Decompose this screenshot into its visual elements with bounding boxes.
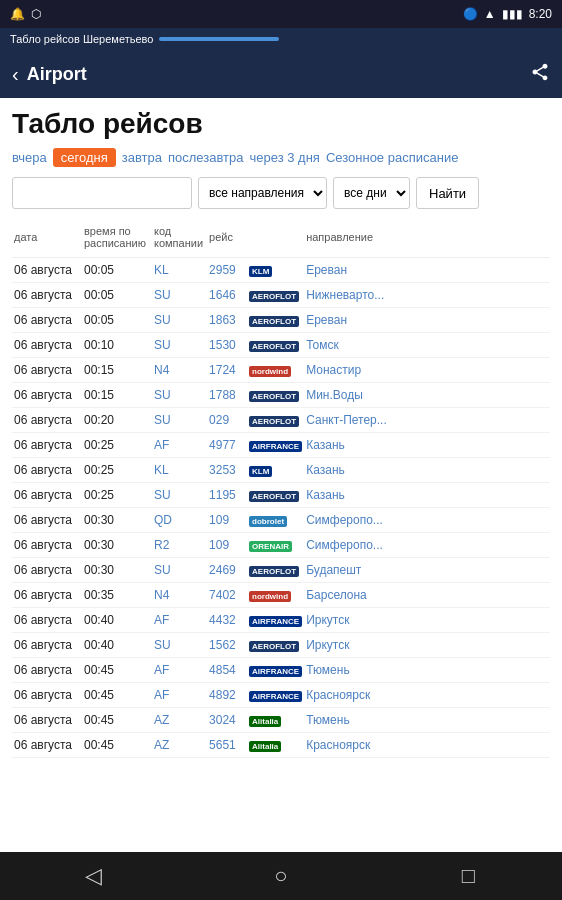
cell-destination[interactable]: Красноярск — [304, 733, 550, 758]
cell-date: 06 августа — [12, 533, 82, 558]
home-nav-button[interactable]: ○ — [187, 863, 374, 889]
cell-code[interactable]: KL — [152, 258, 207, 283]
back-nav-button[interactable]: ◁ — [0, 863, 187, 889]
cell-code[interactable]: SU — [152, 633, 207, 658]
cell-flight[interactable]: 3253 — [207, 458, 247, 483]
nav-in-3-days[interactable]: через 3 дня — [250, 150, 320, 165]
cell-flight[interactable]: 5651 — [207, 733, 247, 758]
cell-logo: AIRFRANCE — [247, 433, 304, 458]
search-input[interactable] — [12, 177, 192, 209]
airline-logo-su: AEROFLOT — [249, 416, 299, 427]
nav-seasonal[interactable]: Сезонное расписание — [326, 150, 458, 165]
cell-destination[interactable]: Нижневарто... — [304, 283, 550, 308]
cell-date: 06 августа — [12, 433, 82, 458]
cell-flight[interactable]: 3024 — [207, 708, 247, 733]
cell-flight[interactable]: 7402 — [207, 583, 247, 608]
cell-code[interactable]: AF — [152, 683, 207, 708]
cell-destination[interactable]: Симферопо... — [304, 533, 550, 558]
cell-destination[interactable]: Казань — [304, 483, 550, 508]
cell-flight[interactable]: 109 — [207, 533, 247, 558]
cell-code[interactable]: KL — [152, 458, 207, 483]
cell-destination[interactable]: Барселона — [304, 583, 550, 608]
cell-code[interactable]: R2 — [152, 533, 207, 558]
cell-destination[interactable]: Томск — [304, 333, 550, 358]
nav-day-after[interactable]: послезавтра — [168, 150, 244, 165]
cell-destination[interactable]: Казань — [304, 458, 550, 483]
cell-code[interactable]: SU — [152, 558, 207, 583]
cell-flight[interactable]: 1530 — [207, 333, 247, 358]
cell-code[interactable]: AF — [152, 658, 207, 683]
cell-date: 06 августа — [12, 583, 82, 608]
cell-destination[interactable]: Санкт-Петер... — [304, 408, 550, 433]
cell-destination[interactable]: Ереван — [304, 308, 550, 333]
find-button[interactable]: Найти — [416, 177, 479, 209]
cell-flight[interactable]: 1724 — [207, 358, 247, 383]
cell-destination[interactable]: Мин.Воды — [304, 383, 550, 408]
cell-destination[interactable]: Казань — [304, 433, 550, 458]
cell-destination[interactable]: Ереван — [304, 258, 550, 283]
cell-destination[interactable]: Монастир — [304, 358, 550, 383]
cell-flight[interactable]: 4977 — [207, 433, 247, 458]
cell-date: 06 августа — [12, 633, 82, 658]
table-row: 06 августа 00:25 KL 3253 KLM Казань — [12, 458, 550, 483]
cell-flight[interactable]: 1562 — [207, 633, 247, 658]
col-header-logo — [247, 223, 304, 258]
cell-flight[interactable]: 4854 — [207, 658, 247, 683]
days-select[interactable]: все дни — [333, 177, 410, 209]
cell-logo: AEROFLOT — [247, 283, 304, 308]
cell-destination[interactable]: Тюмень — [304, 708, 550, 733]
cell-destination[interactable]: Красноярск — [304, 683, 550, 708]
cell-time: 00:15 — [82, 383, 152, 408]
table-row: 06 августа 00:05 KL 2959 KLM Ереван — [12, 258, 550, 283]
table-row: 06 августа 00:25 AF 4977 AIRFRANCE Казан… — [12, 433, 550, 458]
share-button[interactable] — [530, 62, 550, 87]
cell-code[interactable]: AF — [152, 433, 207, 458]
cell-time: 00:40 — [82, 633, 152, 658]
cell-code[interactable]: AZ — [152, 733, 207, 758]
nav-tomorrow[interactable]: завтра — [122, 150, 162, 165]
cell-logo: nordwind — [247, 358, 304, 383]
cell-code[interactable]: SU — [152, 383, 207, 408]
table-row: 06 августа 00:45 AZ 5651 Alitalia Красно… — [12, 733, 550, 758]
cell-code[interactable]: SU — [152, 308, 207, 333]
cell-destination[interactable]: Симферопо... — [304, 508, 550, 533]
cell-code[interactable]: SU — [152, 333, 207, 358]
cell-destination[interactable]: Иркутск — [304, 608, 550, 633]
cell-destination[interactable]: Иркутск — [304, 633, 550, 658]
nav-yesterday[interactable]: вчера — [12, 150, 47, 165]
recent-nav-button[interactable]: □ — [375, 863, 562, 889]
cell-date: 06 августа — [12, 683, 82, 708]
cell-code[interactable]: N4 — [152, 583, 207, 608]
back-button[interactable]: ‹ — [12, 63, 19, 86]
cell-code[interactable]: SU — [152, 283, 207, 308]
direction-select[interactable]: все направления — [198, 177, 327, 209]
cell-destination[interactable]: Тюмень — [304, 658, 550, 683]
bottom-navigation-bar: ◁ ○ □ — [0, 852, 562, 900]
airline-logo-r2: ORENAIR — [249, 541, 292, 552]
cell-code[interactable]: SU — [152, 483, 207, 508]
col-header-direction: направление — [304, 223, 550, 258]
cell-flight[interactable]: 1788 — [207, 383, 247, 408]
cell-code[interactable]: AF — [152, 608, 207, 633]
cell-flight[interactable]: 1195 — [207, 483, 247, 508]
cell-flight[interactable]: 2469 — [207, 558, 247, 583]
cell-flight[interactable]: 4432 — [207, 608, 247, 633]
cell-code[interactable]: QD — [152, 508, 207, 533]
table-row: 06 августа 00:15 SU 1788 AEROFLOT Мин.Во… — [12, 383, 550, 408]
cell-flight[interactable]: 2959 — [207, 258, 247, 283]
cell-logo: Alitalia — [247, 733, 304, 758]
cell-logo: Alitalia — [247, 708, 304, 733]
cell-flight[interactable]: 1646 — [207, 283, 247, 308]
cell-flight[interactable]: 1863 — [207, 308, 247, 333]
cell-code[interactable]: SU — [152, 408, 207, 433]
cell-code[interactable]: N4 — [152, 358, 207, 383]
cell-flight[interactable]: 029 — [207, 408, 247, 433]
cell-time: 00:30 — [82, 533, 152, 558]
cell-flight[interactable]: 4892 — [207, 683, 247, 708]
cell-flight[interactable]: 109 — [207, 508, 247, 533]
cell-code[interactable]: AZ — [152, 708, 207, 733]
cell-logo: AEROFLOT — [247, 633, 304, 658]
status-bar-right: 🔵 ▲ ▮▮▮ 8:20 — [463, 7, 552, 21]
cell-destination[interactable]: Будапешт — [304, 558, 550, 583]
nav-today[interactable]: сегодня — [53, 148, 116, 167]
